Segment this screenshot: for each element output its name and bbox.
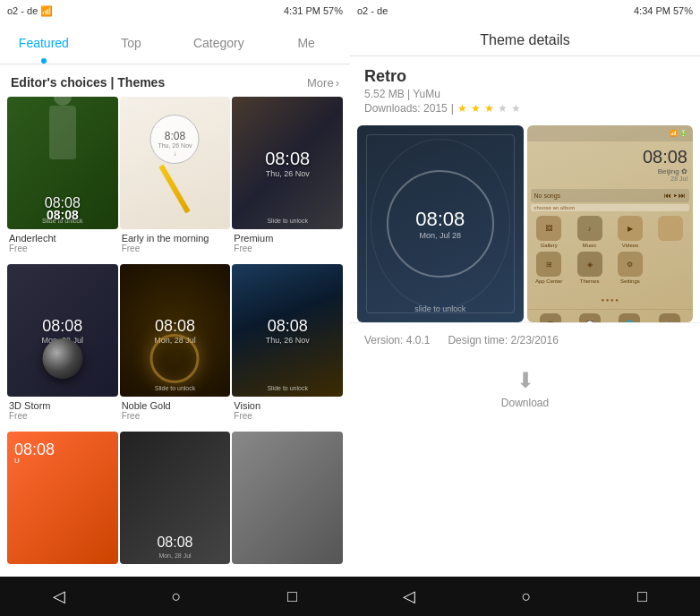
left-battery: 57%: [323, 5, 343, 16]
right-time: 4:34 PM: [634, 5, 670, 16]
theme-item-bottom3[interactable]: [232, 432, 343, 577]
left-back-button[interactable]: ◁: [35, 579, 83, 613]
download-icon: ⬇: [516, 368, 534, 393]
download-label: Download: [501, 397, 549, 409]
home-icon-empty: [653, 216, 689, 248]
right-status-left: o2 - de: [357, 5, 388, 16]
tab-me[interactable]: Me: [262, 21, 350, 64]
theme-name-vision: Vision: [232, 400, 343, 411]
nav-tabs: Featured Top Category Me: [0, 21, 350, 64]
home-icon-themes: ◈ Themes: [571, 252, 608, 284]
theme-thumb-3dstorm: 08:08 Mon, 28 Jul: [7, 264, 118, 397]
design-time-label: Design time:: [448, 334, 508, 346]
slide-unlock-anderlecht: Slide to unlock: [42, 218, 83, 224]
theme-thumb-noble: 08:08 Mon, 28 Jul Slide to unlock: [120, 264, 231, 397]
home-icon-gallery: 🖼 Gallery: [531, 216, 568, 248]
theme-thumb-bottom3: [232, 432, 343, 564]
clock-display-premium: 08:08 Thu, 26 Nov: [265, 149, 310, 178]
left-carrier: o2 - de: [7, 5, 38, 16]
dock-icon-4: 📷: [659, 313, 680, 322]
tab-featured[interactable]: Featured: [0, 21, 88, 64]
left-status-right: 4:31 PM 57%: [284, 5, 343, 16]
theme-price-noble: Free: [120, 411, 231, 421]
chevron-right-icon: ›: [336, 76, 339, 90]
version-value: 4.0.1: [406, 334, 431, 346]
left-home-button[interactable]: ○: [154, 580, 200, 613]
spacer: [350, 420, 700, 577]
player-bar: No songs ⏮ ▶ ⏭: [531, 189, 690, 202]
theme-author: YuMu: [413, 88, 440, 100]
right-status-bar: o2 - de 4:34 PM 57%: [350, 0, 700, 21]
left-panel: o2 - de 📶 4:31 PM 57% Featured Top Categ…: [0, 0, 350, 616]
preview-lock-screen[interactable]: 08:08 Mon, Jul 28 slide to unlock: [357, 125, 524, 322]
star-1-icon: ★: [457, 102, 467, 115]
theme-name-anderlecht: Anderlecht: [7, 233, 118, 244]
theme-item-early[interactable]: 8:08 Thu, 26 Nov ↓ Early in the morning …: [120, 97, 231, 262]
slide-unlock-noble: Slide to unlock: [155, 385, 196, 391]
more-button[interactable]: More ›: [307, 76, 339, 90]
right-back-button[interactable]: ◁: [385, 579, 433, 613]
design-time-value: 2/23/2016: [510, 334, 558, 346]
theme-price-vision: Free: [232, 411, 343, 421]
dots-indicator: ● ● ● ●: [527, 289, 694, 305]
home-icon-videos: ▶ Videos: [611, 216, 648, 248]
retro-slide-unlock: slide to unlock: [414, 304, 465, 313]
home-icon-settings: ⚙ Settings: [611, 252, 648, 284]
design-time-block: Design time: 2/23/2016: [448, 334, 558, 346]
home-icon-appcenter: ⊞ App Center: [531, 252, 568, 284]
preview-home-screen[interactable]: 📶 🔋 08:08 Beijing ✿ 28 Jul No songs ⏮ ▶ …: [527, 125, 694, 322]
home-icons-grid: 🖼 Gallery ♪ Music ▶ Videos ⊞ App Ce: [527, 212, 694, 287]
theme-info-meta: 5.52 MB | YuMu: [364, 88, 686, 100]
preview-container: 08:08 Mon, Jul 28 slide to unlock 📶 🔋 08…: [350, 125, 700, 322]
left-status-bar: o2 - de 📶 4:31 PM 57%: [0, 0, 350, 21]
version-block: Version: 4.0.1: [364, 334, 430, 346]
theme-item-bottom2[interactable]: 08:08 Mon, 28 Jul: [120, 432, 231, 577]
theme-item-premium[interactable]: 08:08 Thu, 26 Nov Slide to unlock Premiu…: [232, 97, 343, 262]
theme-size: 5.52 MB: [364, 88, 405, 100]
home-clock-widget: 08:08 Beijing ✿ 28 Jul: [527, 141, 694, 187]
tab-top[interactable]: Top: [88, 21, 175, 64]
theme-item-3dstorm[interactable]: 08:08 Mon, 28 Jul 3D Storm Free: [7, 264, 118, 430]
theme-price-anderlecht: Free: [7, 244, 118, 253]
left-recent-button[interactable]: □: [269, 580, 315, 613]
home-clock-time: 08:08: [533, 147, 688, 167]
version-label: Version:: [364, 334, 403, 346]
theme-thumb-anderlecht: 08:08 Slide to unlock: [7, 97, 118, 229]
home-status-bar: 📶 🔋: [527, 125, 694, 141]
dock-icons: ☎ 💬 🌐 📷: [527, 309, 694, 322]
theme-thumb-early: 8:08 Thu, 26 Nov ↓: [120, 97, 231, 229]
slide-unlock-vision: Slide to unlock: [267, 385, 308, 391]
theme-info-downloads: Downloads: 2015 | ★ ★ ★ ★ ★: [364, 102, 686, 115]
retro-date: Mon, Jul 28: [419, 231, 461, 240]
theme-price-3dstorm: Free: [7, 411, 118, 421]
theme-thumb-bottom2: 08:08 Mon, 28 Jul: [120, 432, 231, 564]
theme-name-noble: Noble Gold: [120, 400, 231, 411]
theme-thumb-bottom1: 08:08 U: [7, 432, 118, 564]
separator: |: [451, 102, 454, 115]
dock-icon-1: ☎: [540, 313, 561, 322]
theme-info-name: Retro: [364, 67, 686, 86]
star-4-icon: ★: [498, 102, 508, 115]
right-panel: o2 - de 4:34 PM 57% Theme details Retro …: [350, 0, 700, 616]
theme-item-anderlecht[interactable]: 08:08 Slide to unlock Anderlecht Free: [7, 97, 118, 262]
right-carrier: o2 - de: [357, 5, 388, 16]
dock-icon-2: 💬: [579, 313, 601, 322]
theme-info: Retro 5.52 MB | YuMu Downloads: 2015 | ★…: [350, 56, 700, 125]
retro-ornament: 08:08 Mon, Jul 28: [387, 170, 494, 278]
right-battery: 57%: [673, 5, 693, 16]
section-title: Editor's choices | Themes: [11, 75, 165, 90]
theme-price-early: Free: [120, 244, 231, 253]
download-section[interactable]: ⬇ Download: [350, 357, 700, 420]
right-home-button[interactable]: ○: [504, 580, 550, 613]
left-status-left: o2 - de 📶: [7, 5, 53, 17]
tab-category[interactable]: Category: [175, 21, 263, 64]
dock-icon-3: 🌐: [619, 313, 640, 322]
theme-item-vision[interactable]: 08:08 Thu, 26 Nov Slide to unlock Vision…: [232, 264, 343, 430]
right-status-right: 4:34 PM 57%: [634, 5, 693, 16]
theme-item-bottom1[interactable]: 08:08 U: [7, 432, 118, 577]
right-recent-button[interactable]: □: [619, 580, 665, 613]
theme-item-noble[interactable]: 08:08 Mon, 28 Jul Slide to unlock Noble …: [120, 264, 231, 430]
theme-price-premium: Free: [232, 244, 343, 253]
right-bottom-nav: ◁ ○ □: [350, 577, 700, 616]
version-info: Version: 4.0.1 Design time: 2/23/2016: [350, 322, 700, 357]
